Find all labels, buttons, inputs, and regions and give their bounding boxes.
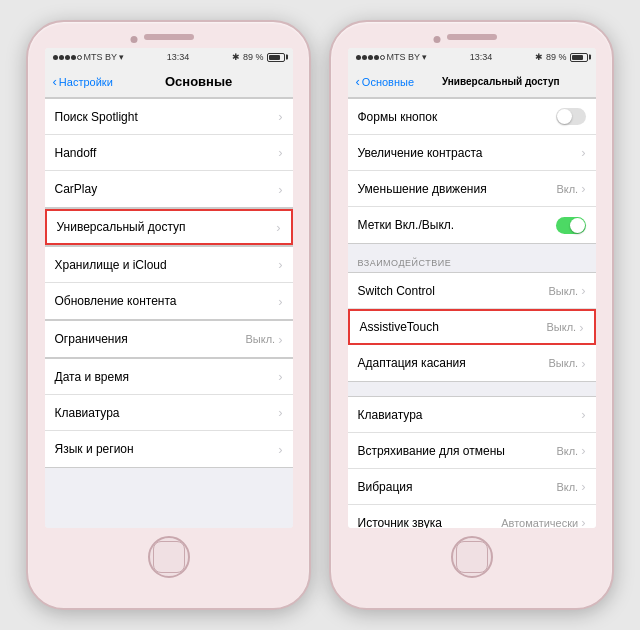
nav-bar-1: ‹ Настройки Основные (45, 66, 293, 98)
nav-title-1: Основные (113, 74, 285, 89)
item-label: Switch Control (358, 284, 435, 298)
list-item[interactable]: Поиск Spotlight › (45, 99, 293, 135)
item-label: Дата и время (55, 370, 129, 384)
item-right: Вкл. › (556, 443, 585, 458)
chevron-icon: › (278, 145, 282, 160)
list-item[interactable]: CarPlay › (45, 171, 293, 207)
signal-dots-2 (356, 55, 385, 60)
list-item[interactable]: Switch Control Выкл. › (348, 273, 596, 309)
home-button-1[interactable] (148, 536, 190, 578)
chevron-icon: › (278, 109, 282, 124)
item-value: Вкл. (556, 183, 578, 195)
item-value: Автоматически (501, 517, 578, 529)
toggle-button-labels[interactable] (556, 217, 586, 234)
list-item[interactable]: Формы кнопок (348, 99, 596, 135)
back-label-2: Основные (362, 76, 414, 88)
list-item[interactable]: Handoff › (45, 135, 293, 171)
item-label: Обновление контента (55, 294, 177, 308)
item-right: › (278, 109, 282, 124)
item-right: Вкл. › (556, 479, 585, 494)
chevron-icon: › (278, 405, 282, 420)
dot1 (53, 55, 58, 60)
group-a: Формы кнопок Увеличение контраста › Умен… (348, 98, 596, 244)
chevron-icon: › (278, 332, 282, 347)
group-4: Ограничения Выкл. › (45, 320, 293, 358)
item-right (556, 108, 586, 125)
chevron-icon: › (581, 356, 585, 371)
list-item[interactable]: Уменьшение движения Вкл. › (348, 171, 596, 207)
item-right: › (278, 294, 282, 309)
chevron-icon: › (581, 181, 585, 196)
item-right: Автоматически › (501, 515, 585, 528)
dot4 (374, 55, 379, 60)
list-item[interactable]: Клавиатура › (348, 397, 596, 433)
list-item[interactable]: Клавиатура › (45, 395, 293, 431)
group-c: Клавиатура › Встряхивание для отмены Вкл… (348, 396, 596, 528)
list-item[interactable]: Увеличение контраста › (348, 135, 596, 171)
item-label: Ограничения (55, 332, 128, 346)
battery-text-2: 89 % (546, 52, 567, 62)
item-label: Источник звука (358, 516, 442, 529)
battery-icon-1 (267, 53, 285, 62)
back-button-1[interactable]: ‹ Настройки (53, 74, 113, 89)
phone-2-screen: MTS BY ▾ 13:34 ✱ 89 % ‹ Основные Универс… (348, 48, 596, 528)
item-right: › (278, 257, 282, 272)
item-label: Адаптация касания (358, 356, 466, 370)
universal-access-item[interactable]: Универсальный доступ › (45, 209, 293, 245)
chevron-icon: › (278, 369, 282, 384)
list-item[interactable]: Вибрация Вкл. › (348, 469, 596, 505)
chevron-icon: › (278, 182, 282, 197)
battery-fill-1 (269, 55, 280, 60)
item-label: Хранилище и iCloud (55, 258, 167, 272)
item-value: Выкл. (547, 321, 577, 333)
back-label-1: Настройки (59, 76, 113, 88)
item-label: Формы кнопок (358, 110, 438, 124)
list-item[interactable]: Дата и время › (45, 359, 293, 395)
chevron-icon: › (581, 479, 585, 494)
back-button-2[interactable]: ‹ Основные (356, 74, 415, 89)
list-item[interactable]: Метки Вкл./Выкл. (348, 207, 596, 243)
camera-dot (130, 36, 137, 43)
wifi-icon-1: ▾ (119, 52, 124, 62)
settings-list-2: Формы кнопок Увеличение контраста › Умен… (348, 98, 596, 528)
dot5 (77, 55, 82, 60)
battery-fill-2 (572, 55, 583, 60)
chevron-icon: › (276, 220, 280, 235)
item-right (556, 217, 586, 234)
item-right: Выкл. › (547, 320, 584, 335)
list-item[interactable]: Хранилище и iCloud › (45, 247, 293, 283)
item-right: › (276, 220, 280, 235)
speaker-2 (447, 34, 497, 40)
carrier-2: MTS BY (387, 52, 421, 62)
chevron-icon: › (278, 442, 282, 457)
item-label: Вибрация (358, 480, 413, 494)
toggle-button-forms[interactable] (556, 108, 586, 125)
time-1: 13:34 (167, 52, 190, 62)
item-value: Выкл. (246, 333, 276, 345)
battery-icon-2 (570, 53, 588, 62)
back-chevron-1: ‹ (53, 74, 57, 89)
item-label: Язык и регион (55, 442, 134, 456)
list-item[interactable]: Встряхивание для отмены Вкл. › (348, 433, 596, 469)
item-right: › (278, 405, 282, 420)
list-item[interactable]: Обновление контента › (45, 283, 293, 319)
group-1: Поиск Spotlight › Handoff › CarPlay › (45, 98, 293, 208)
section-header-interaction: ВЗАИМОДЕЙСТВИЕ (348, 244, 596, 272)
list-item[interactable]: Адаптация касания Выкл. › (348, 345, 596, 381)
item-label: CarPlay (55, 182, 98, 196)
chevron-icon: › (581, 443, 585, 458)
status-left-2: MTS BY ▾ (356, 52, 428, 62)
item-value: Вкл. (556, 445, 578, 457)
list-item[interactable]: Источник звука Автоматически › (348, 505, 596, 528)
toggle-knob (557, 109, 572, 124)
assistive-touch-item[interactable]: AssistiveTouch Выкл. › (348, 309, 596, 345)
status-right-1: ✱ 89 % (232, 52, 285, 62)
item-right: › (278, 442, 282, 457)
list-item[interactable]: Ограничения Выкл. › (45, 321, 293, 357)
item-label: Универсальный доступ (57, 220, 186, 234)
item-label: Handoff (55, 146, 97, 160)
list-item[interactable]: Язык и регион › (45, 431, 293, 467)
group-3: Хранилище и iCloud › Обновление контента… (45, 246, 293, 320)
home-button-2[interactable] (451, 536, 493, 578)
chevron-icon: › (278, 294, 282, 309)
